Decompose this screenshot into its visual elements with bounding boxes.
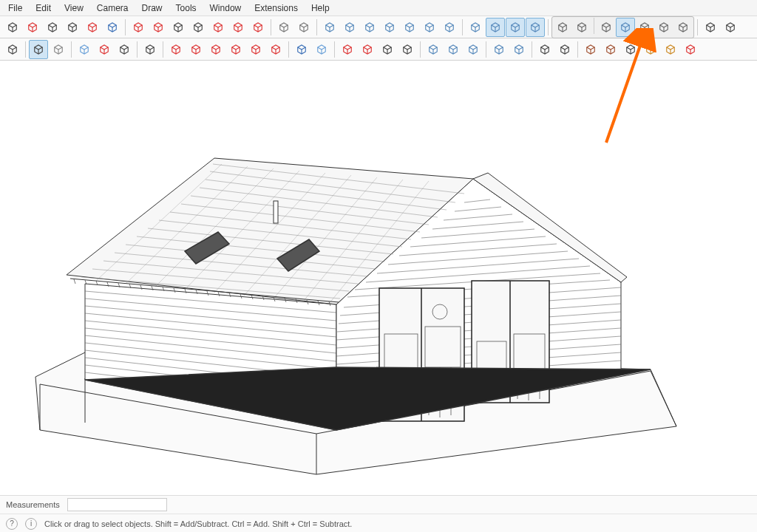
toolbar-separator	[125, 19, 126, 35]
menu-window[interactable]: Window	[205, 2, 247, 13]
svg-line-42	[218, 25, 222, 27]
panel-tool[interactable]	[340, 18, 359, 37]
select-tool[interactable]	[3, 18, 22, 37]
menu-draw[interactable]: Draw	[137, 2, 168, 13]
zoom-extents-tool[interactable]	[208, 18, 228, 37]
zoom-lens-tool[interactable]	[3, 40, 22, 59]
user-doc-tool[interactable]	[555, 40, 574, 59]
svg-line-218	[433, 47, 437, 50]
move-tool[interactable]	[206, 40, 225, 59]
solid-mono-tool[interactable]	[654, 18, 673, 37]
zoom-in-tool[interactable]	[169, 18, 188, 37]
tape-tool[interactable]	[312, 40, 331, 59]
new-doc-tool[interactable]	[535, 40, 554, 59]
lock-view-tool[interactable]	[228, 18, 248, 37]
iso-b-tool[interactable]	[506, 18, 525, 37]
iso-a-tool[interactable]	[486, 18, 505, 37]
add-page-tool[interactable]	[440, 18, 459, 37]
rotate-next-tool[interactable]	[149, 18, 168, 37]
solid-texture-tool[interactable]	[635, 18, 654, 37]
freehand-tool[interactable]	[43, 18, 62, 37]
axes-tool[interactable]	[338, 40, 357, 59]
svg-line-110	[582, 25, 585, 27]
scale-tool[interactable]	[246, 40, 265, 59]
component-tool[interactable]	[489, 40, 509, 59]
eraser-crossed-tool[interactable]	[23, 18, 42, 37]
solid-wire-tool[interactable]	[553, 18, 572, 37]
zoom-target-tool[interactable]	[189, 18, 208, 37]
layers-tool[interactable]	[444, 40, 463, 59]
refresh-tool[interactable]	[701, 18, 720, 37]
erase-tool[interactable]	[75, 40, 94, 59]
svg-line-102	[535, 25, 539, 27]
reload-tool[interactable]	[721, 18, 740, 37]
followme-tool[interactable]	[186, 40, 206, 59]
text-box-tool[interactable]	[63, 18, 82, 37]
library-tool[interactable]	[581, 40, 600, 59]
pushpull-tool[interactable]	[166, 40, 186, 59]
sphere-tool[interactable]	[466, 18, 485, 37]
status-hint-text: Click or drag to select objects. Shift =…	[44, 519, 352, 528]
dropdown-handle[interactable]	[49, 40, 68, 59]
pointer-tool[interactable]	[29, 40, 48, 59]
status-bar: Measurements ? i Click or drag to select…	[0, 495, 757, 532]
svg-line-162	[124, 47, 128, 50]
person-tool[interactable]	[294, 18, 313, 37]
svg-line-26	[138, 25, 142, 27]
zoom-all-tool[interactable]	[398, 40, 417, 59]
house-tool[interactable]	[360, 18, 379, 37]
menu-help[interactable]: Help	[306, 2, 335, 13]
menu-file[interactable]: File	[3, 2, 27, 13]
offset-tool[interactable]	[358, 40, 377, 59]
component-user-tool[interactable]	[509, 40, 529, 59]
text-a-tool[interactable]	[103, 18, 122, 37]
credits-info-icon[interactable]: i	[25, 518, 37, 530]
dimension-tool[interactable]	[292, 40, 311, 59]
zoom-window-tool[interactable]	[378, 40, 397, 59]
cut-tool[interactable]	[621, 40, 640, 59]
svg-line-233	[515, 47, 519, 50]
outliner-tool[interactable]	[424, 40, 443, 59]
calendar-tool[interactable]	[400, 18, 419, 37]
svg-line-198	[322, 47, 325, 50]
target-tool[interactable]	[83, 18, 102, 37]
rect-tool[interactable]	[140, 40, 160, 59]
svg-line-133	[707, 25, 710, 27]
page-tool[interactable]	[420, 18, 439, 37]
svg-line-226	[473, 47, 477, 50]
svg-line-201	[344, 47, 347, 50]
lock-extents-tool[interactable]	[248, 18, 268, 37]
pencil-tool[interactable]	[95, 40, 114, 59]
svg-line-153	[81, 47, 84, 50]
solid-shade-tool[interactable]	[597, 18, 616, 37]
svg-line-14	[72, 25, 76, 27]
solid-hidden-tool[interactable]	[572, 18, 591, 37]
geo-info-icon[interactable]: ?	[6, 518, 18, 530]
menu-camera[interactable]: Camera	[92, 2, 134, 13]
viewport[interactable]	[0, 61, 757, 495]
menu-extensions[interactable]: Extensions	[249, 2, 303, 13]
protractor-tool[interactable]	[266, 40, 285, 59]
svg-line-17	[89, 25, 92, 27]
window-tool[interactable]	[380, 18, 399, 37]
svg-line-190	[276, 47, 279, 50]
menu-tools[interactable]: Tools	[171, 2, 202, 13]
solid-xray-tool[interactable]	[673, 18, 693, 37]
svg-line-210	[387, 47, 391, 50]
menu-edit[interactable]: Edit	[30, 2, 56, 13]
paint-tool[interactable]	[641, 40, 660, 59]
export-tool[interactable]	[661, 40, 680, 59]
iso-c-tool[interactable]	[526, 18, 545, 37]
walk-tool[interactable]	[274, 18, 293, 37]
bezier-tool[interactable]	[115, 40, 134, 59]
grid-tool[interactable]	[681, 40, 700, 59]
svg-line-90	[475, 25, 479, 27]
menu-view[interactable]: View	[59, 2, 89, 13]
cube-tool[interactable]	[320, 18, 339, 37]
solid-select-tool[interactable]	[616, 18, 635, 37]
wall-tool[interactable]	[601, 40, 620, 59]
tags-tool[interactable]	[464, 40, 483, 59]
measurements-input[interactable]	[67, 498, 167, 511]
rotate-tool[interactable]	[226, 40, 245, 59]
rotate-prev-tool[interactable]	[129, 18, 148, 37]
